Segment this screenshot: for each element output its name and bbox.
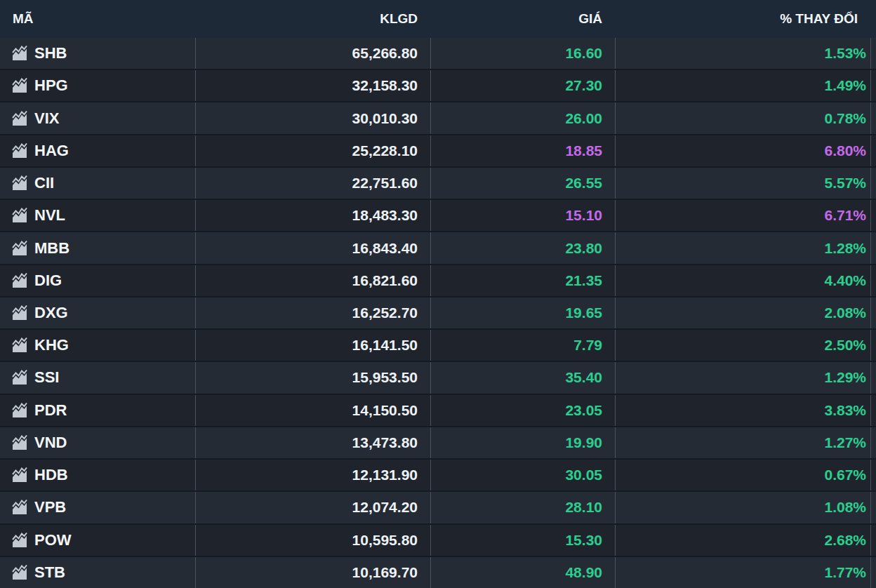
column-header-gia[interactable]: GIÁ	[430, 11, 615, 27]
ticker-symbol: HDB	[34, 466, 68, 484]
volume-value: 10,169.70	[195, 557, 430, 588]
ticker-symbol: DIG	[34, 272, 62, 290]
table-body: SHB 65,266.80 16.60 1.53% HPG 32,158.30 …	[0, 38, 876, 588]
price-value: 16.60	[430, 38, 615, 69]
table-row[interactable]: SHB 65,266.80 16.60 1.53%	[0, 38, 876, 70]
column-header-klgd[interactable]: KLGD	[195, 11, 430, 27]
percent-change-value: 4.40%	[615, 265, 870, 296]
price-value: 18.85	[430, 135, 615, 166]
ticker-symbol: DXG	[34, 304, 68, 322]
volume-value: 13,473.80	[195, 427, 430, 458]
ticker-symbol: VIX	[34, 109, 59, 128]
price-value: 15.30	[430, 525, 615, 556]
price-value: 48.90	[430, 557, 615, 588]
column-header-code[interactable]: MÃ	[0, 11, 195, 27]
price-value: 28.10	[430, 492, 615, 523]
area-chart-icon[interactable]	[11, 338, 28, 353]
ticker-cell: MBB	[0, 232, 195, 263]
ticker-cell: DIG	[0, 265, 195, 296]
price-value: 23.80	[430, 232, 615, 263]
table-row[interactable]: STB 10,169.70 48.90 1.77%	[0, 557, 876, 588]
percent-change-value: 2.50%	[615, 330, 870, 361]
row-gutter	[870, 362, 876, 393]
table-row[interactable]: SSI 15,953.50 35.40 1.29%	[0, 362, 876, 394]
row-gutter	[870, 330, 876, 361]
area-chart-icon[interactable]	[11, 370, 28, 385]
ticker-symbol: KHG	[34, 336, 69, 354]
area-chart-icon[interactable]	[11, 241, 28, 256]
area-chart-icon[interactable]	[11, 435, 28, 450]
percent-change-value: 3.83%	[615, 395, 870, 426]
price-value: 7.79	[430, 330, 615, 361]
price-value: 15.10	[430, 200, 615, 231]
volume-value: 18,483.30	[195, 200, 430, 231]
ticker-cell: SHB	[0, 38, 195, 69]
volume-value: 16,141.50	[195, 330, 430, 361]
volume-value: 10,595.80	[195, 525, 430, 556]
percent-change-value: 1.27%	[615, 427, 870, 458]
row-gutter	[870, 232, 876, 263]
price-value: 19.90	[430, 427, 615, 458]
area-chart-icon[interactable]	[11, 305, 28, 321]
area-chart-icon[interactable]	[11, 175, 28, 191]
row-gutter	[870, 135, 876, 166]
area-chart-icon[interactable]	[11, 208, 28, 223]
ticker-cell: CII	[0, 168, 195, 199]
area-chart-icon[interactable]	[11, 500, 28, 515]
table-row[interactable]: VIX 30,010.30 26.00 0.78%	[0, 102, 876, 135]
table-row[interactable]: HAG 25,228.10 18.85 6.80%	[0, 135, 876, 168]
row-gutter	[870, 70, 876, 101]
area-chart-icon[interactable]	[11, 467, 28, 483]
table-row[interactable]: NVL 18,483.30 15.10 6.71%	[0, 200, 876, 232]
ticker-cell: VND	[0, 427, 195, 458]
area-chart-icon[interactable]	[11, 46, 28, 61]
table-row[interactable]: MBB 16,843.40 23.80 1.28%	[0, 232, 876, 265]
ticker-cell: STB	[0, 557, 195, 588]
area-chart-icon[interactable]	[11, 403, 28, 418]
table-row[interactable]: PDR 14,150.50 23.05 3.83%	[0, 395, 876, 427]
volume-value: 22,751.60	[195, 168, 430, 199]
ticker-cell: POW	[0, 525, 195, 556]
percent-change-value: 1.53%	[615, 38, 870, 69]
table-row[interactable]: HPG 32,158.30 27.30 1.49%	[0, 70, 876, 102]
table-row[interactable]: KHG 16,141.50 7.79 2.50%	[0, 330, 876, 362]
ticker-symbol: POW	[34, 531, 72, 549]
percent-change-value: 2.68%	[615, 525, 870, 556]
table-row[interactable]: DIG 16,821.60 21.35 4.40%	[0, 265, 876, 298]
ticker-cell: HDB	[0, 460, 195, 490]
price-value: 19.65	[430, 298, 615, 328]
row-gutter	[870, 200, 876, 231]
volume-value: 12,131.90	[195, 460, 430, 490]
volume-value: 15,953.50	[195, 362, 430, 393]
table-row[interactable]: POW 10,595.80 15.30 2.68%	[0, 525, 876, 557]
column-header-pct[interactable]: % THAY ĐỔI	[615, 11, 870, 27]
area-chart-icon[interactable]	[11, 78, 28, 93]
percent-change-value: 1.77%	[615, 557, 870, 588]
percent-change-value: 2.08%	[615, 298, 870, 328]
area-chart-icon[interactable]	[11, 273, 28, 288]
row-gutter	[870, 38, 876, 69]
ticker-cell: VPB	[0, 492, 195, 523]
ticker-cell: NVL	[0, 200, 195, 231]
area-chart-icon[interactable]	[11, 143, 28, 159]
table-row[interactable]: HDB 12,131.90 30.05 0.67%	[0, 460, 876, 492]
percent-change-value: 1.49%	[615, 70, 870, 101]
table-row[interactable]: VPB 12,074.20 28.10 1.08%	[0, 492, 876, 524]
area-chart-icon[interactable]	[11, 565, 28, 580]
table-row[interactable]: CII 22,751.60 26.55 5.57%	[0, 168, 876, 200]
table-row[interactable]: DXG 16,252.70 19.65 2.08%	[0, 298, 876, 330]
row-gutter	[870, 395, 876, 426]
percent-change-value: 0.78%	[615, 102, 870, 133]
ticker-symbol: VND	[34, 434, 67, 452]
table-row[interactable]: VND 13,473.80 19.90 1.27%	[0, 427, 876, 460]
ticker-cell: PDR	[0, 395, 195, 426]
price-value: 27.30	[430, 70, 615, 101]
percent-change-value: 6.71%	[615, 200, 870, 231]
percent-change-value: 1.29%	[615, 362, 870, 393]
ticker-cell: SSI	[0, 362, 195, 393]
volume-value: 30,010.30	[195, 102, 430, 133]
ticker-symbol: HPG	[34, 76, 68, 95]
area-chart-icon[interactable]	[11, 533, 28, 548]
area-chart-icon[interactable]	[11, 111, 28, 126]
row-gutter	[870, 102, 876, 133]
